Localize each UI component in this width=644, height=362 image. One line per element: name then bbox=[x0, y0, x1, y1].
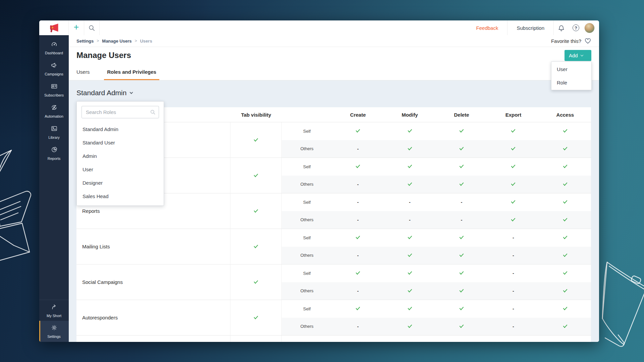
role-selector[interactable]: Standard Admin bbox=[76, 88, 132, 98]
help-button[interactable]: ? bbox=[569, 20, 583, 35]
permission-denied-cell: - bbox=[384, 200, 435, 204]
scope-label: Others bbox=[282, 146, 332, 151]
check-icon bbox=[408, 235, 412, 239]
permission-granted-cell bbox=[539, 131, 591, 131]
scope-label: Others bbox=[282, 253, 332, 258]
check-icon bbox=[408, 181, 412, 186]
permission-granted-cell bbox=[436, 237, 487, 238]
check-icon bbox=[511, 128, 516, 133]
permission-granted-cell bbox=[539, 273, 591, 274]
app-logo[interactable] bbox=[39, 20, 69, 35]
check-icon bbox=[408, 270, 412, 275]
check-icon bbox=[408, 306, 412, 310]
add-button[interactable]: Add bbox=[565, 50, 591, 61]
permission-denied-cell: - bbox=[487, 289, 539, 293]
sidebar-item-label: Settings bbox=[47, 335, 61, 339]
sidebar-item-label: Library bbox=[48, 135, 60, 139]
table-row: Social CampaignsSelf-Others-- bbox=[76, 264, 591, 300]
role-option-designer[interactable]: Designer bbox=[77, 176, 164, 189]
role-option-sales-head[interactable]: Sales Head bbox=[77, 189, 164, 203]
sidebar-item-campaigns[interactable]: Campaigns bbox=[39, 58, 69, 79]
tab-visibility-header: Tab visibility bbox=[230, 112, 282, 118]
plus-icon: + bbox=[74, 22, 79, 33]
permission-granted-cell bbox=[539, 237, 591, 238]
avatar[interactable] bbox=[585, 23, 594, 33]
feedback-link[interactable]: Feedback bbox=[467, 20, 507, 35]
permission-granted-cell bbox=[539, 326, 591, 327]
add-button-label: Add bbox=[569, 53, 578, 58]
dash-mark: - bbox=[513, 289, 514, 293]
scope-label: Others bbox=[282, 288, 332, 293]
selected-role-label: Standard Admin bbox=[76, 89, 126, 97]
others-row: Others- bbox=[282, 176, 591, 193]
permission-granted-cell bbox=[332, 166, 384, 167]
self-row: Self- bbox=[282, 336, 591, 342]
check-icon bbox=[511, 145, 516, 150]
add-menu-item-role[interactable]: Role bbox=[551, 76, 591, 89]
column-header-delete: Delete bbox=[436, 112, 487, 118]
permission-denied-cell: - bbox=[436, 200, 487, 204]
sidebar-item-reports[interactable]: Reports bbox=[39, 143, 69, 164]
role-option-user[interactable]: User bbox=[77, 163, 164, 176]
check-icon bbox=[356, 235, 360, 239]
search-roles-input[interactable] bbox=[82, 106, 159, 118]
others-row: Others- bbox=[282, 140, 591, 158]
heart-icon[interactable] bbox=[585, 38, 591, 44]
breadcrumb-item-manage-users[interactable]: Manage Users bbox=[102, 39, 131, 44]
sidebar-item-subscribers[interactable]: Subscribers bbox=[39, 79, 69, 101]
role-option-standard-admin[interactable]: Standard Admin bbox=[77, 122, 164, 136]
permission-denied-cell: - bbox=[487, 324, 539, 329]
role-option-standard-user[interactable]: Standard User bbox=[77, 136, 164, 149]
scope-label: Self bbox=[282, 306, 332, 311]
create-new-button[interactable]: + bbox=[69, 20, 84, 35]
search-button[interactable] bbox=[84, 20, 100, 35]
check-icon bbox=[563, 288, 567, 292]
favorite-label: Favorite this? bbox=[551, 38, 581, 44]
add-menu-item-user[interactable]: User bbox=[551, 62, 591, 76]
notifications-button[interactable] bbox=[554, 20, 569, 35]
tab-roles-and-privileges[interactable]: Roles and Privileges bbox=[104, 64, 159, 80]
breadcrumb-item-settings[interactable]: Settings bbox=[76, 39, 94, 44]
sidebar-item-settings[interactable]: Settings bbox=[39, 321, 69, 342]
check-icon bbox=[408, 252, 412, 257]
tab-users[interactable]: Users bbox=[76, 64, 93, 80]
permission-granted-cell bbox=[487, 220, 539, 220]
permission-granted-cell bbox=[384, 184, 435, 185]
self-row: Self- bbox=[282, 264, 591, 282]
check-icon bbox=[511, 164, 516, 168]
check-icon bbox=[563, 181, 567, 186]
permission-granted-cell bbox=[436, 166, 487, 167]
title-row: Manage Users Add bbox=[69, 47, 599, 64]
role-option-admin[interactable]: Admin bbox=[77, 149, 164, 163]
permission-denied-cell: - bbox=[487, 253, 539, 258]
check-icon bbox=[356, 164, 360, 168]
check-icon bbox=[563, 199, 567, 204]
sidebar-item-my-short[interactable]: My Short bbox=[39, 300, 69, 321]
sidebar-item-library[interactable]: Library bbox=[39, 122, 69, 143]
check-icon bbox=[254, 243, 258, 248]
check-icon bbox=[408, 164, 412, 168]
check-icon bbox=[563, 128, 567, 133]
check-icon bbox=[460, 181, 464, 186]
sidebar-item-dashboard[interactable]: Dashboard bbox=[39, 37, 69, 58]
others-row: Others-- bbox=[282, 318, 591, 336]
scope-label: Self bbox=[282, 271, 332, 276]
dash-mark: - bbox=[513, 235, 514, 240]
permission-granted-cell bbox=[332, 308, 384, 309]
permission-granted-cell bbox=[436, 308, 487, 309]
scope-label: Others bbox=[282, 324, 332, 329]
subscription-link[interactable]: Subscription bbox=[507, 20, 553, 35]
scope-rows: Self---Others--- bbox=[282, 193, 591, 229]
permission-granted-cell bbox=[384, 148, 435, 149]
dash-mark: - bbox=[357, 324, 359, 329]
check-icon bbox=[460, 145, 464, 150]
dash-mark: - bbox=[513, 306, 514, 311]
sidebar-item-automation[interactable]: Automation bbox=[39, 101, 69, 122]
permission-denied-cell: - bbox=[332, 146, 384, 151]
check-icon bbox=[563, 235, 567, 239]
check-icon bbox=[356, 306, 360, 310]
breadcrumb-separator: > bbox=[97, 39, 99, 43]
check-icon bbox=[460, 164, 464, 168]
permission-granted-cell bbox=[487, 148, 539, 149]
permission-granted-cell bbox=[539, 308, 591, 309]
